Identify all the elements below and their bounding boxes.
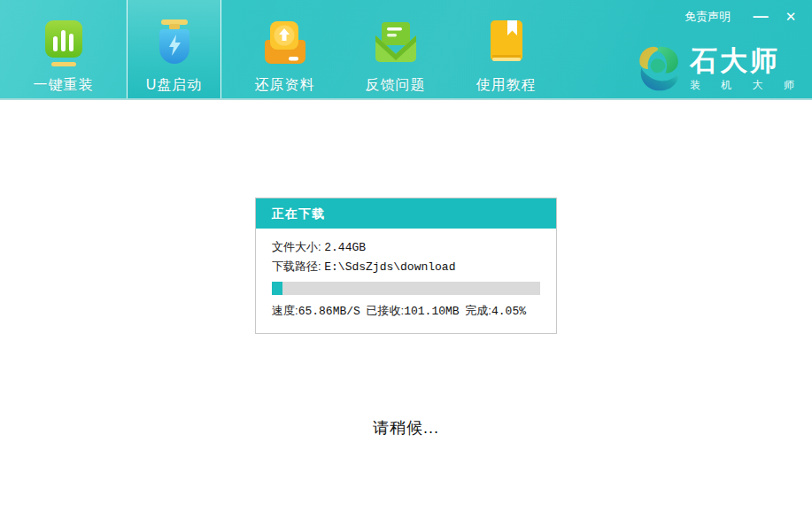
progress-fill [272,282,282,295]
speed-value: 65.86MB/S [298,305,360,318]
disclaimer-link[interactable]: 免责声明 [684,9,731,25]
tab-feedback[interactable]: 反馈问题 [348,0,443,98]
file-size-value: 2.44GB [324,238,366,257]
tab-usb-boot[interactable]: U盘启动 [127,0,221,98]
tutorial-book-icon [485,19,528,70]
navbar: 一键重装 U盘启动 [0,0,812,100]
received-value: 101.10MB [404,305,459,318]
brand: 石大师 装 机 大 师 [635,44,803,94]
tab-label: 一键重装 [34,76,94,95]
speed-stat: 速度: 65.86MB/S [272,303,360,319]
restore-data-icon [262,19,308,70]
brand-name: 石大师 [690,46,803,75]
completed-value: 4.05% [491,305,526,318]
please-wait-text: 请稍候... [0,417,812,438]
brand-subtitle: 装 机 大 师 [690,78,803,93]
app-window: 一键重装 U盘启动 [0,0,812,512]
dialog-title: 正在下载 [256,198,556,229]
brand-logo-icon [635,44,684,94]
tab-label: U盘启动 [146,76,203,95]
file-size-row: 文件大小: 2.44GB [272,237,540,257]
received-stat: 已接收: 101.10MB [367,303,460,319]
dialog-body: 文件大小: 2.44GB 下载路径: E:\SdsZjds\download 速… [256,229,556,333]
tab-tutorial[interactable]: 使用教程 [459,0,553,98]
main-area: 正在下载 文件大小: 2.44GB 下载路径: E:\SdsZjds\downl… [0,100,812,510]
tab-label: 反馈问题 [366,76,426,95]
speed-label: 速度: [272,303,298,319]
bar-chart-icon [42,19,86,70]
nav-tabs: 一键重装 U盘启动 [8,0,561,98]
feedback-icon [372,19,420,70]
usb-boot-icon [152,19,197,70]
brand-text: 石大师 装 机 大 师 [690,46,803,93]
tab-label: 还原资料 [255,76,315,95]
window-actions: 免责声明 — ✕ [684,9,800,25]
tab-one-key-reinstall[interactable]: 一键重装 [16,0,111,98]
download-path-row: 下载路径: E:\SdsZjds\download [272,257,540,276]
completed-label: 完成: [465,303,491,319]
download-path-value: E:\SdsZjds\download [324,258,455,276]
completed-stat: 完成: 4.05% [465,303,526,319]
tab-label: 使用教程 [476,76,537,95]
progress-bar [272,282,540,295]
tab-restore-data[interactable]: 还原资料 [237,0,332,98]
download-stats: 速度: 65.86MB/S 已接收: 101.10MB 完成: 4.05% [272,303,540,319]
download-dialog: 正在下载 文件大小: 2.44GB 下载路径: E:\SdsZjds\downl… [255,198,557,334]
download-path-label: 下载路径: [272,257,324,275]
file-size-label: 文件大小: [272,237,324,256]
received-label: 已接收: [367,303,405,319]
close-button[interactable]: ✕ [782,9,800,25]
minimize-button[interactable]: — [752,9,769,25]
